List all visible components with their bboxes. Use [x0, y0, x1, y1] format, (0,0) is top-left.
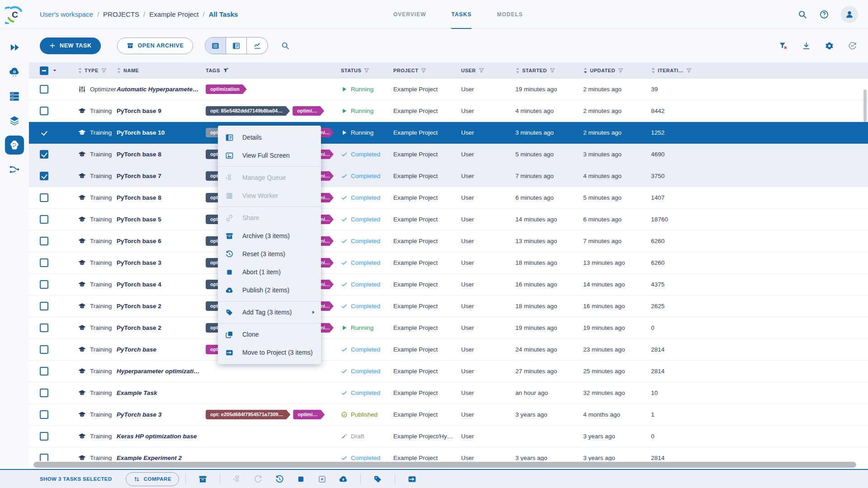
task-tag[interactable]: opt: e205d684f7954571a7309…: [206, 410, 290, 419]
table-row[interactable]: TrainingExample Experiment 2CompletedExa…: [29, 447, 868, 461]
footer-action-abort-icon[interactable]: [296, 474, 306, 484]
table-row[interactable]: TrainingPyTorch base 7opt:optimi…Complet…: [29, 165, 868, 187]
menu-item-details[interactable]: Details: [218, 128, 321, 146]
row-checkbox[interactable]: [40, 150, 48, 159]
breadcrumb-item[interactable]: User's workspace: [40, 10, 93, 18]
menu-item-clone[interactable]: Clone: [218, 325, 321, 343]
table-row[interactable]: TrainingPyTorch base 2opt:optimi…Complet…: [29, 296, 868, 317]
table-row[interactable]: TrainingPyTorch base 8opt:optimi…Complet…: [29, 187, 868, 209]
filter-icon[interactable]: [549, 67, 556, 74]
row-checkbox[interactable]: [40, 128, 48, 137]
table-row[interactable]: TrainingPyTorch base 3opt: e205d684f7954…: [29, 404, 868, 426]
table-row[interactable]: TrainingPyTorch base 4opt:optimi…Complet…: [29, 274, 868, 296]
sidebar-item-chevrons[interactable]: [2, 35, 27, 60]
breadcrumb-item[interactable]: All Tasks: [209, 10, 238, 18]
filter-icon[interactable]: [686, 67, 692, 74]
menu-item-reset-3-items[interactable]: Reset (3 items): [218, 245, 321, 263]
open-archive-button[interactable]: OPEN ARCHIVE: [117, 38, 193, 54]
task-tag[interactable]: optimi…: [293, 410, 325, 419]
table-row[interactable]: TrainingPyTorch base 2opt:optimi…Running…: [29, 317, 868, 339]
horizontal-scrollbar[interactable]: [33, 462, 856, 468]
table-search-icon[interactable]: [281, 41, 290, 50]
filter-icon[interactable]: [618, 67, 624, 74]
table-row[interactable]: TrainingHyperparameter optimizati…Comple…: [29, 361, 868, 382]
sort-icon[interactable]: [78, 67, 82, 74]
view-toggle-listview[interactable]: [205, 38, 226, 54]
row-checkbox[interactable]: [40, 85, 48, 94]
menu-item-publish-2-items[interactable]: Publish (2 items): [218, 281, 321, 299]
clearml-logo-icon[interactable]: C: [0, 0, 29, 29]
table-row[interactable]: TrainingPyTorch baseoptimizationComplete…: [29, 339, 868, 361]
footer-action-archivebox-icon[interactable]: [198, 474, 208, 484]
sidebar-item-pipeline[interactable]: [2, 157, 27, 182]
sidebar-item-cloudgear[interactable]: [2, 60, 27, 84]
table-row[interactable]: TrainingKeras HP optimization baseDraftE…: [29, 426, 868, 447]
footer-action-reset-icon[interactable]: [275, 474, 284, 484]
filter-icon[interactable]: [420, 67, 427, 74]
search-icon[interactable]: [797, 9, 807, 19]
select-all-checkbox[interactable]: [40, 66, 48, 75]
menu-item-move-to-project-3-items[interactable]: Move to Project (3 items): [218, 343, 321, 361]
view-toggle-splitview[interactable]: [226, 38, 247, 54]
row-checkbox[interactable]: [40, 454, 48, 461]
table-row[interactable]: TrainingExample TaskCompletedExample Pro…: [29, 382, 868, 404]
compare-button[interactable]: COMPARE: [126, 472, 179, 486]
row-checkbox[interactable]: [40, 302, 48, 310]
show-selected-button[interactable]: SHOW 3 TASKS SELECTED: [40, 476, 112, 482]
table-row[interactable]: TrainingPyTorch base 5opt:optimi…Complet…: [29, 209, 868, 230]
tab-models[interactable]: MODELS: [497, 0, 523, 29]
menu-item-abort-1-item[interactable]: Abort (1 item): [218, 263, 321, 281]
table-row[interactable]: TrainingPyTorch base 10opt:optimi…Runnin…: [29, 122, 868, 144]
tab-overview[interactable]: OVERVIEW: [393, 0, 426, 29]
sort-icon[interactable]: [583, 67, 588, 74]
avatar[interactable]: [841, 6, 858, 23]
help-icon[interactable]: [819, 9, 829, 19]
sort-icon[interactable]: [515, 67, 520, 74]
footer-action-publish-icon[interactable]: [339, 474, 348, 484]
filter-icon[interactable]: [363, 67, 370, 74]
table-row[interactable]: TrainingPyTorch base 9opt: 85e5482ddd714…: [29, 100, 868, 122]
menu-item-archive-3-items[interactable]: Archive (3 items): [218, 227, 321, 245]
vertical-scrollbar[interactable]: [863, 89, 867, 122]
row-checkbox[interactable]: [40, 193, 48, 202]
row-checkbox[interactable]: [40, 258, 48, 267]
row-checkbox[interactable]: [40, 172, 48, 180]
row-checkbox[interactable]: [40, 410, 48, 419]
filter-icon[interactable]: [222, 67, 229, 74]
row-checkbox[interactable]: [40, 215, 48, 224]
footer-action-tagicon-icon[interactable]: [373, 474, 382, 484]
task-tag[interactable]: optimi…: [292, 106, 324, 116]
gear-icon[interactable]: [825, 41, 834, 51]
row-checkbox[interactable]: [40, 432, 48, 441]
tab-tasks[interactable]: TASKS: [451, 0, 472, 29]
table-row[interactable]: TrainingPyTorch base 6opt:optimi…Complet…: [29, 230, 868, 252]
menu-item-add-tag-3-items[interactable]: Add Tag (3 items): [218, 303, 321, 321]
menu-item-view-full-screen[interactable]: View Full Screen: [218, 146, 321, 164]
selection-menu-caret-icon[interactable]: [51, 67, 58, 74]
row-checkbox[interactable]: [40, 367, 48, 375]
row-checkbox[interactable]: [40, 107, 48, 115]
sidebar-item-layers[interactable]: [2, 108, 27, 133]
row-checkbox[interactable]: [40, 280, 48, 289]
task-tag[interactable]: optimization: [206, 84, 247, 94]
sidebar-item-servers[interactable]: [2, 84, 27, 108]
view-toggle-chartview[interactable]: [247, 38, 268, 54]
refreshpause-icon[interactable]: [848, 41, 857, 51]
row-checkbox[interactable]: [40, 389, 48, 397]
row-checkbox[interactable]: [40, 324, 48, 332]
table-row[interactable]: OptimizerAutomatic Hyperparamete…optimiz…: [29, 79, 868, 100]
filter-icon[interactable]: [478, 67, 485, 74]
download-icon[interactable]: [802, 41, 811, 51]
table-row[interactable]: TrainingPyTorch base 3opt:optimi…Complet…: [29, 252, 868, 274]
table-row[interactable]: TrainingPyTorch base 8opt:optimi…Complet…: [29, 144, 868, 165]
row-checkbox[interactable]: [40, 237, 48, 245]
filterx-icon[interactable]: [778, 41, 788, 51]
footer-action-move-icon[interactable]: [407, 474, 417, 484]
sort-icon[interactable]: [117, 67, 121, 74]
filter-icon[interactable]: [101, 67, 107, 74]
sort-icon[interactable]: [651, 67, 656, 74]
sidebar-item-brain[interactable]: [2, 133, 27, 157]
new-task-button[interactable]: NEW TASK: [40, 38, 101, 54]
footer-action-abortchild-icon[interactable]: [317, 474, 327, 484]
row-checkbox[interactable]: [40, 345, 48, 354]
